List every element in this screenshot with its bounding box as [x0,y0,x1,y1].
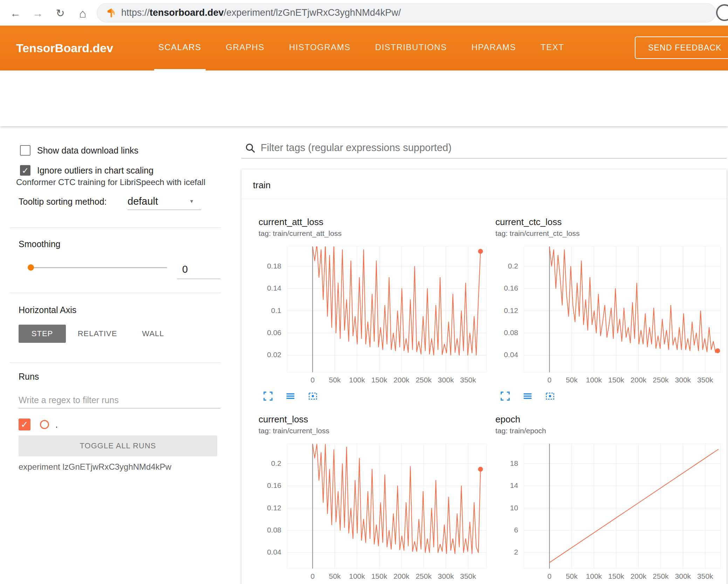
y-tick-label: 0.08 [490,328,518,337]
tooltip-sorting-underline [128,210,201,210]
dropdown-arrow-icon[interactable]: ▼ [189,198,194,204]
y-tick-label: 0.08 [253,526,281,534]
series-line [313,444,480,554]
chart-tag: tag: train/current_ctc_loss [495,229,579,238]
tab-text[interactable]: TEXT [536,26,568,70]
experiment-caption: experiment lzGnETjwRxC3yghNMd4kPw [19,462,171,472]
plot-epoch[interactable]: 26101418050k100k150k200k250k300k350k [524,443,721,569]
url-domain: tensorboard.dev [150,7,224,18]
ignore-outliers-label: Ignore outliers in chart scaling [37,165,153,176]
y-tick-label: 14 [490,481,518,490]
sidebar-divider [9,293,221,293]
plot-canvas[interactable] [524,246,720,372]
url-scheme: https:// [121,7,150,18]
last-point-dot [478,249,483,254]
tab-graphs[interactable]: GRAPHS [222,26,269,70]
log-scale-icon[interactable] [522,391,533,401]
smoothing-slider-thumb[interactable] [28,264,34,271]
y-tick-label: 0.02 [253,351,281,359]
ignore-outliers-checkbox[interactable]: ✓ [20,165,30,176]
filter-tags-underline [241,158,727,158]
log-scale-icon[interactable] [285,391,296,401]
experiment-title-band: Conformer CTC training for LibriSpeech w… [0,70,728,126]
chart-title: current_att_loss [259,217,323,228]
train-group-title[interactable]: train [253,180,271,191]
browser-reload-icon[interactable]: ↻ [53,6,68,21]
fullscreen-icon[interactable] [263,391,273,401]
send-feedback-button[interactable]: SEND FEEDBACK [635,36,728,59]
fit-domain-icon[interactable] [545,391,555,401]
last-point-dot [478,467,483,472]
y-tick-label: 6 [490,526,518,534]
profile-avatar[interactable] [716,4,728,21]
chart-tag: tag: train/current_loss [259,427,329,435]
y-tick-label: 0.04 [253,548,281,556]
runs-filter-underline [19,408,220,408]
run-checkbox[interactable]: ✓ [19,419,30,430]
tab-distributions[interactable]: DISTRIBUTIONS [371,26,451,70]
plot-canvas[interactable] [287,246,486,372]
browser-home-icon[interactable]: ⌂ [75,6,90,21]
tab-hparams[interactable]: HPARAMS [467,26,520,70]
y-tick-label: 0.18 [253,262,281,270]
y-tick-label: 0.12 [253,504,281,512]
y-tick-label: 0.16 [253,481,281,490]
y-tick-label: 0.2 [253,459,281,468]
tab-histograms[interactable]: HISTOGRAMS [285,26,355,70]
url-path: /experiment/lzGnETjwRxC3yghNMd4kPw/ [224,7,401,18]
show-download-checkbox[interactable] [20,145,30,156]
x-tick-label: 350k [691,572,719,580]
y-tick-label: 0.12 [490,306,518,315]
axis-wall-button[interactable]: WALL [135,325,172,343]
header-tabs: SCALARS GRAPHS HISTOGRAMS DISTRIBUTIONS … [154,26,568,70]
check-icon: ✓ [22,166,29,175]
search-icon [245,142,256,154]
chart-title: epoch [495,414,520,425]
filter-tags-input[interactable]: Filter tags (regular expressions support… [261,141,452,154]
horizontal-axis-label: Horizontal Axis [19,305,76,315]
plot-current-loss[interactable]: 0.040.080.120.160.2050k100k150k200k250k3… [287,443,487,569]
runs-filter-input[interactable]: Write a regex to filter runs [19,393,119,407]
axis-step-button[interactable]: STEP [19,325,66,343]
plot-current-ctc-loss[interactable]: 0.040.080.120.160.2050k100k150k200k250k3… [524,246,721,373]
url-text[interactable]: https://tensorboard.dev/experiment/lzGnE… [121,3,401,22]
x-tick-label: 350k [454,376,482,384]
fit-domain-icon[interactable] [308,391,318,401]
tooltip-sorting-select[interactable]: default [128,195,158,208]
fullscreen-icon[interactable] [500,391,510,401]
card-divider [241,199,727,199]
series-line [549,247,717,352]
run-color-swatch[interactable] [40,420,49,429]
tab-scalars[interactable]: SCALARS [154,26,206,70]
axis-relative-button[interactable]: RELATIVE [72,325,123,343]
experiment-title: Conformer CTC training for LibriSpeech w… [16,177,205,188]
series-line [549,449,718,563]
y-tick-label: 0.06 [253,328,281,337]
plot-canvas[interactable] [287,444,486,569]
x-tick-label: 350k [454,572,482,580]
chart-toolbar [263,391,318,401]
plot-canvas[interactable] [524,444,720,569]
y-tick-label: 0.1 [253,306,281,315]
check-icon: ✓ [21,419,28,430]
runs-label: Runs [19,371,39,382]
y-tick-label: 0.14 [253,284,281,292]
sidebar-divider [9,362,221,363]
smoothing-label: Smoothing [19,239,61,249]
show-download-label: Show data download links [37,145,138,156]
browser-toolbar: ← → ↻ ⌂ https://tensorboard.dev/experime… [0,0,728,26]
y-tick-label: 0.16 [490,284,518,292]
series-line [313,246,480,355]
smoothing-value-input[interactable]: 0 [177,264,220,279]
sidebar-divider [9,228,221,228]
y-tick-label: 0.2 [490,262,518,270]
tensorboard-favicon [107,8,116,18]
browser-back-icon[interactable]: ← [8,6,23,21]
app-logo[interactable]: TensorBoard.dev [16,26,113,70]
toggle-all-runs-button[interactable]: TOGGLE ALL RUNS [19,435,217,456]
x-tick-label: 350k [691,376,719,384]
plot-current-att-loss[interactable]: 0.020.060.10.140.18050k100k150k200k250k3… [287,246,487,373]
browser-forward-icon[interactable]: → [30,6,46,21]
chart-toolbar [500,391,555,401]
smoothing-slider-track[interactable] [29,267,167,268]
